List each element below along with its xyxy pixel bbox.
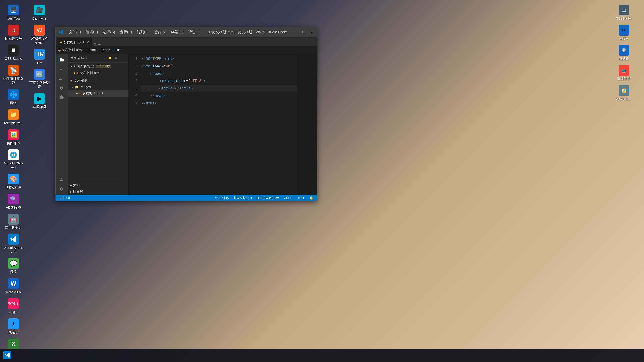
desktop-icon-qianshou[interactable]: 🤖 牵手机器人 [2,213,25,231]
file-dot [76,93,78,94]
menu-run[interactable]: 运行(R) [152,29,169,35]
tab-label: 女友相册.html [63,40,84,44]
desktop-icon-wode-diannao[interactable]: 🖥️ 我的电脑 [2,3,25,22]
breadcrumb-head[interactable]: head [103,48,110,52]
tab-nvyou[interactable]: 女友相册.html ✕ [57,38,92,46]
collapse-button[interactable]: ⋯ [120,56,124,60]
editor-area[interactable]: 1 2 3 4 5 6 7 <!DOCTYPE html> <html lang… [128,54,317,195]
file-modified-dot [74,72,75,74]
menu-file[interactable]: 文件(F) [67,29,83,35]
new-file-button[interactable]: + [102,56,106,60]
outline-label: 大纲 [73,183,80,187]
desktop-icon-meitou[interactable]: 🖼️ 美图秀秀 [2,128,25,146]
desktop-icon-weixin[interactable]: 💬 微信 [2,257,25,275]
line-ending[interactable]: CRLF [283,196,293,200]
activity-git[interactable] [58,75,66,83]
menu-edit[interactable]: 编辑(E) [84,29,100,35]
desktop-icon-wangyi[interactable]: ♬ 网易云音乐 [2,23,25,42]
activity-account[interactable] [58,175,66,184]
open-editors-chevron: ▼ [70,64,73,68]
desktop-icon-admin[interactable]: 📁 Administrat... [2,108,25,126]
excel-icon: X [8,339,19,349]
language-mode[interactable]: HTML [296,196,306,200]
open-file-nvyou[interactable]: ◈ 女友相册.html [68,70,128,76]
tim-icon: TIM [34,49,45,60]
activity-search[interactable] [58,65,66,73]
tim-label: TIM [36,61,42,65]
desktop-icon-word[interactable]: W Word 2007 [2,277,25,295]
maximize-button[interactable]: □ [301,29,306,35]
menu-goto[interactable]: 转到(G) [135,29,152,35]
activity-extensions[interactable] [58,93,66,101]
split-editor-icon[interactable]: ⊡ [94,42,96,46]
status-left: ⊗ 0 ⚠ 0 [58,196,71,200]
code-line-4: <meta charset="UTF-8"> [140,77,297,85]
new-folder-button[interactable]: 📁 [108,56,112,60]
menu-terminal[interactable]: 终端(T) [169,29,185,35]
more-actions-icon[interactable]: ⋯ [98,42,101,46]
menu-help[interactable]: 帮助(H) [186,29,202,35]
breadcrumb-file[interactable]: 女友相册.html [62,48,82,52]
desktop-icon-network[interactable]: 🌐 网络 [2,88,25,106]
nvyou-file-item[interactable]: ◈ 女友相册.html [68,90,128,96]
outline-header[interactable]: ▶ 大纲 [68,182,128,188]
tab-bar: 女友相册.html ✕ ⊡ ⋯ [56,37,317,46]
desktop-icon-camtasia[interactable]: 🎥 Camtasia [28,3,51,22]
desktop-icon-3ok[interactable]: 3OKc 录吾... [2,297,25,316]
desktop-icon-shuangjing[interactable]: 📡 触手直播直播姬 [2,64,25,86]
tab-close-icon[interactable]: ✕ [86,40,89,44]
code-editor[interactable]: <!DOCTYPE html> <html lang="en"> <head> … [140,54,297,195]
minimize-button[interactable]: ─ [293,29,298,35]
breadcrumb-title[interactable]: title [117,48,122,52]
chrome-label: Google Chrome [3,161,24,169]
desktop-icon-photo[interactable]: 🖼️ 2020052... [612,84,636,102]
desktop-icon-bilibili[interactable]: ▶ 哔哩哔哩 [28,92,51,110]
cb33749v-icon: 💻 [618,5,629,15]
open-editors-header[interactable]: ▼ 打开的编辑器 1个未保存 [68,63,128,70]
activity-explorer[interactable] [58,56,66,64]
activity-debug[interactable] [58,84,66,92]
desktop-icon-chrome[interactable]: 🌐 Google Chrome [2,148,25,171]
desktop-icon-zhibo[interactable]: 📺 直播助手 [612,64,636,82]
sidebar-actions: + 📁 ↻ ⋯ [102,56,124,60]
breadcrumb-html[interactable]: html [90,48,96,52]
menu-view[interactable]: 查看(V) [118,29,134,35]
status-bar: ⊗ 0 ⚠ 0 行 5, 列 16 制表符长度: 4 UTF-8 with BO… [56,195,317,201]
obs-icon: ⏺ [8,45,19,56]
desktop-icon-vscode[interactable]: Visual Studio Code [2,233,25,255]
cursor-position[interactable]: 行 5, 列 16 [214,196,230,200]
breadcrumb-title-icon: ⬡ [113,48,116,52]
weixin-label: 微信 [10,270,17,274]
tab-size[interactable]: 制表符长度: 4 [232,196,253,200]
desktop-icon-baidu[interactable]: 🔤 百度文字转语音 [28,68,51,90]
photo-icon: 🖼️ [618,85,629,96]
desktop-icon-tim[interactable]: TIM TIM [28,48,51,66]
project-header[interactable]: ▼ 女友相册 [68,78,128,84]
desktop-icon-obs[interactable]: ⏺ OBS Studio [2,43,25,62]
timeline-header[interactable]: ▶ 时间线 [68,188,128,195]
window-controls: ─ □ ✕ [293,29,314,35]
feedback-icon[interactable]: 🔔 [308,196,314,200]
desktop-icon-jietu[interactable]: ✂ 截图+ [612,23,636,42]
encoding[interactable]: UTF-8 with BOM [256,196,280,200]
desktop-icon-wps[interactable]: W WPS云文档发布用 [28,23,51,46]
taskbar-vscode[interactable] [3,351,12,359]
breadcrumb-file-icon: ◈ [58,48,61,52]
desktop-icon-qq[interactable]: ♪ QQ音乐 [2,317,25,336]
code-line-6: </head> [140,92,297,99]
vscode-window: 文件(F) 编辑(E) 选择(S) 查看(V) 转到(G) 运行(R) 终端(T… [55,27,317,201]
code-line-5[interactable]: <title></title> [140,85,297,92]
images-folder-item[interactable]: ▶ 📁 images [68,84,128,90]
desktop-icon-diannaoguan[interactable]: 🛡️ 电脑管 [612,43,636,62]
network-icon: 🌐 [8,89,19,100]
close-button[interactable]: ✕ [309,29,314,35]
refresh-button[interactable]: ↻ [114,56,118,60]
menu-select[interactable]: 选择(S) [100,29,117,35]
error-count[interactable]: ⊗ 0 ⚠ 0 [58,196,71,200]
diannaoguan-label: 电脑管 [619,57,629,61]
desktop-icon-adgsea[interactable]: 🔍 ADGSea5 [2,192,25,211]
desktop-icon-feiying[interactable]: 🎨 飞鹰动态主 [2,172,25,191]
activity-settings[interactable] [58,185,66,193]
sidebar-title: 资源管理器 [71,56,88,60]
desktop-icon-cb33749v[interactable]: 💻 CB33749V [612,3,636,22]
